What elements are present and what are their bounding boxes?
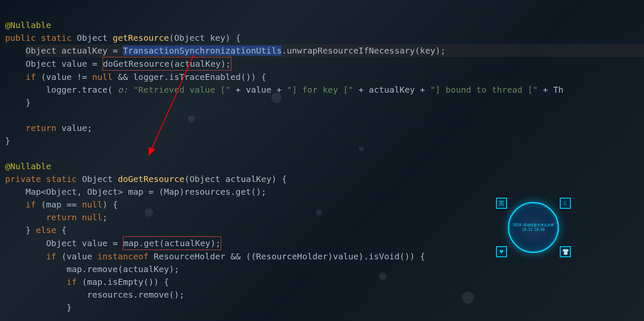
keyword-public: public [5, 33, 36, 43]
highlight-box-1: doGetResource(actualKey); [103, 57, 231, 71]
highlight-box-2: map.get(actualKey); [123, 236, 221, 250]
widget-corner-tl[interactable]: 英 [496, 198, 507, 209]
annotation-nullable-2: @Nullable [5, 161, 51, 171]
widget-title: 2020 英雄联盟全球总决赛 [513, 223, 554, 227]
code-editor[interactable]: @Nullable public static Object getResour… [0, 0, 644, 321]
selected-text[interactable]: TransactionSynchronizationUtils [123, 45, 282, 56]
annotation-nullable-1: @Nullable [5, 20, 51, 30]
widget-circle[interactable]: 2020 英雄联盟全球总决赛 10.31 18:00 [508, 202, 559, 253]
method-dogetresource: doGetResource [118, 174, 185, 184]
widget-corner-tr-moon-icon[interactable]: ☾ [560, 198, 571, 209]
floating-widget[interactable]: 英 ☾ ♥ 👕 2020 英雄联盟全球总决赛 10.31 18:00 [491, 198, 576, 257]
widget-corner-bl-heart-icon[interactable]: ♥ [496, 246, 507, 257]
keyword-private: private [5, 174, 41, 184]
widget-corner-br-shirt-icon[interactable]: 👕 [560, 246, 571, 257]
method-getresource: getResource [113, 33, 169, 43]
type-object: Object [77, 33, 108, 43]
keyword-static: static [41, 33, 71, 43]
widget-time: 10.31 18:00 [522, 227, 545, 232]
